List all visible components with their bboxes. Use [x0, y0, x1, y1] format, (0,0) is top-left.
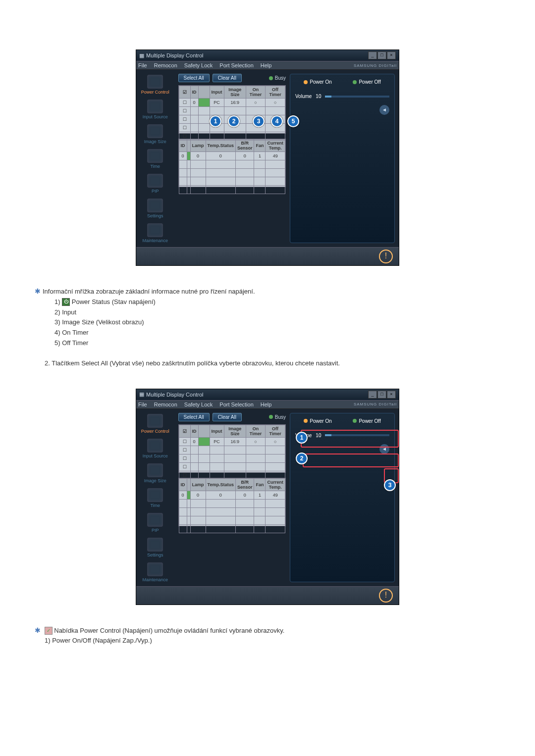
status-dot-icon — [187, 152, 190, 160]
sidebar: Power Control Input Source Image Size Ti… — [136, 70, 174, 247]
menu-port-selection[interactable]: Port Selection — [219, 402, 253, 407]
close-button[interactable]: × — [387, 51, 396, 59]
check-all[interactable]: ☑ — [183, 90, 187, 95]
col-on-timer: On Timer — [246, 86, 266, 99]
pip-icon — [147, 174, 163, 188]
select-all-button[interactable]: Select All — [178, 74, 210, 82]
col-id: ID — [190, 86, 198, 99]
sidebar-item-settings[interactable]: Settings — [136, 535, 174, 559]
doc-text-2: ✱ ✓ Nabídka Power Control (Napájení) umo… — [35, 625, 500, 647]
mute-icon[interactable]: ◄ — [379, 444, 389, 454]
sidebar: Power Control Input Source Image Size Ti… — [136, 409, 174, 586]
app-window-1: ▦Multiple Display Control _ □ × File Rem… — [136, 50, 399, 266]
col2-lamp: Lamp — [190, 140, 206, 152]
status-bar: ! — [136, 586, 399, 605]
minimize-button[interactable]: _ — [368, 51, 377, 59]
select-all-button[interactable]: Select All — [178, 413, 210, 421]
menu-remocon[interactable]: Remocon — [154, 62, 177, 68]
image-size-icon — [147, 124, 163, 138]
busy-dot-icon — [269, 76, 273, 80]
maximize-button[interactable]: □ — [377, 391, 386, 399]
maintenance-icon — [147, 562, 163, 576]
sidebar-item-image-size[interactable]: Image Size — [136, 121, 174, 146]
power-on-button[interactable]: Power On — [304, 418, 331, 424]
volume-value: 10 — [316, 94, 321, 99]
power-control-icon — [147, 414, 163, 428]
info-grid-1: ☑ ID InputImage Size On TimerOff Timer ☐… — [178, 424, 286, 473]
menu-file[interactable]: File — [138, 402, 147, 407]
settings-icon — [147, 538, 163, 552]
menu-port-selection[interactable]: Port Selection — [219, 62, 253, 68]
intro-text: Informační mřížka zobrazuje základní inf… — [43, 288, 255, 295]
power-status-icon: ⏻ — [62, 298, 70, 306]
volume-value: 10 — [316, 433, 321, 438]
volume-slider[interactable] — [325, 96, 389, 98]
power-panel: Power On Power Off Volume 10 ◄ — [290, 74, 395, 243]
check-all[interactable]: ☑ — [183, 429, 187, 434]
callout-3: 3 — [253, 115, 265, 127]
col-status — [198, 86, 210, 99]
mute-icon[interactable]: ◄ — [379, 105, 389, 115]
sidebar-item-pip[interactable]: PIP — [136, 510, 174, 535]
app-window-2: ▦Multiple Display Control _ □ × File Rem… — [136, 389, 399, 605]
table-row[interactable]: 0 0 0 0 1 49 — [179, 152, 285, 160]
busy-indicator: Busy — [269, 414, 286, 420]
doc2-line1: Nabídka Power Control (Napájení) umožňuj… — [54, 627, 284, 634]
sidebar-item-settings[interactable]: Settings — [136, 196, 174, 220]
volume-slider[interactable] — [325, 434, 389, 436]
image-size-icon — [147, 463, 163, 477]
sidebar-item-power-control[interactable]: Power Control — [136, 72, 174, 97]
input-source-icon — [147, 100, 163, 113]
doc-text-1: ✱Informační mřížka zobrazuje základní in… — [35, 286, 500, 369]
table-row[interactable]: ☐ 0 PC 16:9 ○ ○ — [179, 99, 285, 107]
maximize-button[interactable]: □ — [377, 51, 386, 59]
clear-all-button[interactable]: Clear All — [213, 413, 242, 421]
callout-3: 3 — [384, 479, 396, 491]
item-1: Power Status (Stav napájení) — [72, 298, 156, 305]
power-control-icon — [147, 75, 163, 89]
table-row[interactable]: 0 00 01 49 — [179, 491, 285, 499]
callout-2: 2 — [228, 115, 240, 127]
sidebar-item-input-source[interactable]: Input Source — [136, 436, 174, 460]
menu-safety-lock[interactable]: Safety Lock — [184, 402, 213, 407]
title-bar: ▦Multiple Display Control _ □ × — [136, 389, 399, 400]
callout-2: 2 — [296, 453, 308, 464]
menu-help[interactable]: Help — [261, 402, 272, 407]
menu-safety-lock[interactable]: Safety Lock — [184, 62, 213, 68]
app-icon: ▦ — [139, 52, 144, 59]
menu-help[interactable]: Help — [261, 62, 272, 68]
sidebar-item-image-size[interactable]: Image Size — [136, 460, 174, 485]
sidebar-item-power-control[interactable]: Power Control — [136, 411, 174, 436]
row-checkbox[interactable]: ☐ — [183, 100, 187, 105]
col2-status — [187, 140, 190, 152]
info-grid-2: ID Lamp Temp.Status B/R Sensor Fan Curre… — [178, 139, 286, 187]
sidebar-item-pip[interactable]: PIP — [136, 171, 174, 196]
power-on-button[interactable]: Power On — [304, 79, 331, 85]
callout-1: 1 — [296, 432, 308, 444]
menu-remocon[interactable]: Remocon — [154, 402, 177, 407]
sidebar-item-maintenance[interactable]: Maintenance — [136, 559, 174, 584]
minimize-button[interactable]: _ — [368, 391, 377, 399]
callout-5: 5 — [287, 115, 299, 127]
sidebar-item-time[interactable]: Time — [136, 485, 174, 510]
checkbox-icon: ✓ — [45, 627, 53, 635]
close-button[interactable]: × — [387, 391, 396, 399]
clear-all-button[interactable]: Clear All — [213, 74, 242, 82]
title-bar: ▦Multiple Display Control _ □ × — [136, 50, 399, 61]
sidebar-item-maintenance[interactable]: Maintenance — [136, 220, 174, 245]
callout-4: 4 — [271, 115, 283, 127]
brand-logo: SAMSUNG DIGITall — [354, 63, 397, 68]
sidebar-item-time[interactable]: Time — [136, 146, 174, 171]
status-dot-icon — [198, 99, 210, 107]
settings-icon — [147, 199, 163, 212]
power-off-button[interactable]: Power Off — [353, 418, 380, 424]
maintenance-icon — [147, 223, 163, 237]
col-image-size: Image Size — [224, 86, 246, 99]
doc2-line2: 1) Power On/Off (Napájení Zap./Vyp.) — [45, 636, 500, 646]
power-off-button[interactable]: Power Off — [353, 79, 380, 85]
table-row[interactable]: ☐0 PC16:9 ○○ — [179, 437, 285, 446]
menu-file[interactable]: File — [138, 62, 147, 68]
sidebar-item-input-source[interactable]: Input Source — [136, 97, 174, 121]
volume-label: Volume — [295, 94, 312, 99]
menu-bar: File Remocon Safety Lock Port Selection … — [136, 61, 399, 70]
